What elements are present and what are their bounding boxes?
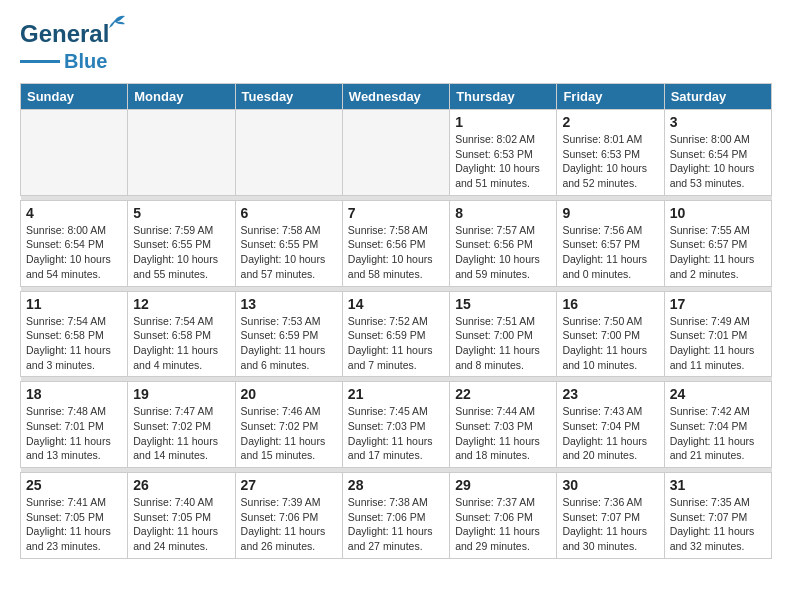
calendar-day: 25Sunrise: 7:41 AM Sunset: 7:05 PM Dayli… [21,473,128,559]
day-number: 23 [562,386,658,402]
day-number: 13 [241,296,337,312]
calendar-day [21,110,128,196]
calendar-day: 7Sunrise: 7:58 AM Sunset: 6:56 PM Daylig… [342,200,449,286]
day-info: Sunrise: 7:58 AM Sunset: 6:56 PM Dayligh… [348,223,444,282]
day-number: 30 [562,477,658,493]
day-info: Sunrise: 7:57 AM Sunset: 6:56 PM Dayligh… [455,223,551,282]
logo-blue: Blue [64,50,107,73]
day-info: Sunrise: 7:38 AM Sunset: 7:06 PM Dayligh… [348,495,444,554]
day-info: Sunrise: 7:43 AM Sunset: 7:04 PM Dayligh… [562,404,658,463]
day-number: 25 [26,477,122,493]
calendar-day: 9Sunrise: 7:56 AM Sunset: 6:57 PM Daylig… [557,200,664,286]
day-info: Sunrise: 7:48 AM Sunset: 7:01 PM Dayligh… [26,404,122,463]
day-number: 8 [455,205,551,221]
week-row-5: 25Sunrise: 7:41 AM Sunset: 7:05 PM Dayli… [21,473,772,559]
calendar-day: 16Sunrise: 7:50 AM Sunset: 7:00 PM Dayli… [557,291,664,377]
weekday-header-tuesday: Tuesday [235,84,342,110]
week-row-2: 4Sunrise: 8:00 AM Sunset: 6:54 PM Daylig… [21,200,772,286]
day-info: Sunrise: 7:55 AM Sunset: 6:57 PM Dayligh… [670,223,766,282]
calendar-day: 3Sunrise: 8:00 AM Sunset: 6:54 PM Daylig… [664,110,771,196]
day-info: Sunrise: 7:37 AM Sunset: 7:06 PM Dayligh… [455,495,551,554]
day-number: 3 [670,114,766,130]
day-number: 31 [670,477,766,493]
calendar-day: 11Sunrise: 7:54 AM Sunset: 6:58 PM Dayli… [21,291,128,377]
calendar-day: 19Sunrise: 7:47 AM Sunset: 7:02 PM Dayli… [128,382,235,468]
calendar-day: 31Sunrise: 7:35 AM Sunset: 7:07 PM Dayli… [664,473,771,559]
day-number: 10 [670,205,766,221]
day-number: 18 [26,386,122,402]
calendar-day: 28Sunrise: 7:38 AM Sunset: 7:06 PM Dayli… [342,473,449,559]
calendar-day: 17Sunrise: 7:49 AM Sunset: 7:01 PM Dayli… [664,291,771,377]
weekday-header-sunday: Sunday [21,84,128,110]
day-number: 7 [348,205,444,221]
day-info: Sunrise: 8:02 AM Sunset: 6:53 PM Dayligh… [455,132,551,191]
day-number: 15 [455,296,551,312]
calendar-day: 5Sunrise: 7:59 AM Sunset: 6:55 PM Daylig… [128,200,235,286]
day-number: 1 [455,114,551,130]
calendar-day: 30Sunrise: 7:36 AM Sunset: 7:07 PM Dayli… [557,473,664,559]
logo: General Blue [20,20,109,73]
day-info: Sunrise: 7:45 AM Sunset: 7:03 PM Dayligh… [348,404,444,463]
day-info: Sunrise: 7:46 AM Sunset: 7:02 PM Dayligh… [241,404,337,463]
day-number: 26 [133,477,229,493]
day-info: Sunrise: 7:50 AM Sunset: 7:00 PM Dayligh… [562,314,658,373]
day-info: Sunrise: 7:47 AM Sunset: 7:02 PM Dayligh… [133,404,229,463]
day-number: 14 [348,296,444,312]
day-number: 5 [133,205,229,221]
day-info: Sunrise: 8:00 AM Sunset: 6:54 PM Dayligh… [26,223,122,282]
day-number: 6 [241,205,337,221]
day-number: 27 [241,477,337,493]
calendar-day: 1Sunrise: 8:02 AM Sunset: 6:53 PM Daylig… [450,110,557,196]
calendar-day: 23Sunrise: 7:43 AM Sunset: 7:04 PM Dayli… [557,382,664,468]
calendar-day: 22Sunrise: 7:44 AM Sunset: 7:03 PM Dayli… [450,382,557,468]
week-row-1: 1Sunrise: 8:02 AM Sunset: 6:53 PM Daylig… [21,110,772,196]
page-header: General Blue [20,20,772,73]
day-number: 2 [562,114,658,130]
day-info: Sunrise: 7:54 AM Sunset: 6:58 PM Dayligh… [133,314,229,373]
calendar-day: 10Sunrise: 7:55 AM Sunset: 6:57 PM Dayli… [664,200,771,286]
calendar-day [128,110,235,196]
calendar-day: 8Sunrise: 7:57 AM Sunset: 6:56 PM Daylig… [450,200,557,286]
calendar-day [342,110,449,196]
calendar-day [235,110,342,196]
day-number: 12 [133,296,229,312]
day-info: Sunrise: 7:41 AM Sunset: 7:05 PM Dayligh… [26,495,122,554]
day-number: 28 [348,477,444,493]
weekday-header-saturday: Saturday [664,84,771,110]
day-number: 22 [455,386,551,402]
day-info: Sunrise: 7:39 AM Sunset: 7:06 PM Dayligh… [241,495,337,554]
day-info: Sunrise: 7:49 AM Sunset: 7:01 PM Dayligh… [670,314,766,373]
calendar-day: 13Sunrise: 7:53 AM Sunset: 6:59 PM Dayli… [235,291,342,377]
day-info: Sunrise: 7:35 AM Sunset: 7:07 PM Dayligh… [670,495,766,554]
day-number: 11 [26,296,122,312]
day-number: 16 [562,296,658,312]
day-info: Sunrise: 8:01 AM Sunset: 6:53 PM Dayligh… [562,132,658,191]
day-info: Sunrise: 7:44 AM Sunset: 7:03 PM Dayligh… [455,404,551,463]
day-info: Sunrise: 7:42 AM Sunset: 7:04 PM Dayligh… [670,404,766,463]
calendar-day: 18Sunrise: 7:48 AM Sunset: 7:01 PM Dayli… [21,382,128,468]
calendar-table: SundayMondayTuesdayWednesdayThursdayFrid… [20,83,772,559]
logo-general: General [20,20,109,47]
calendar-day: 24Sunrise: 7:42 AM Sunset: 7:04 PM Dayli… [664,382,771,468]
calendar-day: 21Sunrise: 7:45 AM Sunset: 7:03 PM Dayli… [342,382,449,468]
day-info: Sunrise: 7:58 AM Sunset: 6:55 PM Dayligh… [241,223,337,282]
day-number: 19 [133,386,229,402]
day-number: 4 [26,205,122,221]
day-info: Sunrise: 7:36 AM Sunset: 7:07 PM Dayligh… [562,495,658,554]
day-info: Sunrise: 7:53 AM Sunset: 6:59 PM Dayligh… [241,314,337,373]
calendar-day: 4Sunrise: 8:00 AM Sunset: 6:54 PM Daylig… [21,200,128,286]
day-number: 17 [670,296,766,312]
calendar-day: 2Sunrise: 8:01 AM Sunset: 6:53 PM Daylig… [557,110,664,196]
calendar-day: 15Sunrise: 7:51 AM Sunset: 7:00 PM Dayli… [450,291,557,377]
day-info: Sunrise: 7:56 AM Sunset: 6:57 PM Dayligh… [562,223,658,282]
calendar-day: 12Sunrise: 7:54 AM Sunset: 6:58 PM Dayli… [128,291,235,377]
day-number: 29 [455,477,551,493]
day-info: Sunrise: 7:40 AM Sunset: 7:05 PM Dayligh… [133,495,229,554]
day-number: 24 [670,386,766,402]
day-info: Sunrise: 8:00 AM Sunset: 6:54 PM Dayligh… [670,132,766,191]
day-info: Sunrise: 7:51 AM Sunset: 7:00 PM Dayligh… [455,314,551,373]
calendar-day: 6Sunrise: 7:58 AM Sunset: 6:55 PM Daylig… [235,200,342,286]
week-row-3: 11Sunrise: 7:54 AM Sunset: 6:58 PM Dayli… [21,291,772,377]
weekday-header-row: SundayMondayTuesdayWednesdayThursdayFrid… [21,84,772,110]
day-number: 20 [241,386,337,402]
